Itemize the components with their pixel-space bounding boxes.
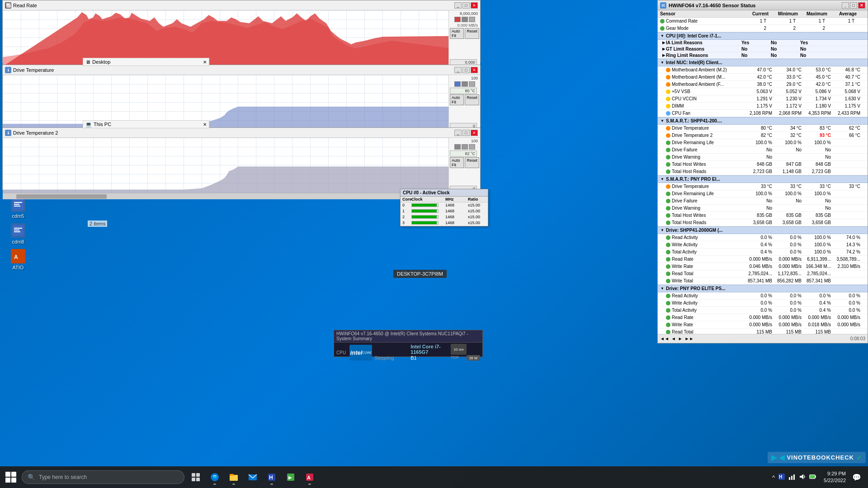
cpu-active-clock-tooltip: CPU #0 - Active Clock Core Clock MHz Rat… (400, 189, 488, 226)
taskbar-mail[interactable] (244, 468, 262, 486)
sensor-name-cell: Motherboard Ambient (M.2) (666, 67, 745, 72)
sensor-name-cell: Total Host Reads (666, 169, 745, 174)
color-btn-gray5[interactable] (462, 144, 468, 150)
auto-fit-button-dt[interactable]: Auto Fit (450, 94, 464, 105)
scrollbar-thumb-dt2[interactable] (16, 194, 107, 199)
taskbar-app6[interactable]: ▶ (282, 468, 300, 486)
sensor-icon-green2 (660, 26, 665, 31)
sensor-name-cell: Drive Warning (666, 155, 745, 160)
color-btn-gray4[interactable] (469, 81, 475, 87)
y-axis-input-dt[interactable]: 80 °C (450, 88, 477, 94)
sensor-max: 166.348 M... (804, 264, 833, 269)
sensor-min: 2,068 RPM (774, 111, 804, 116)
taskbar-hwinfo-app[interactable]: H (263, 468, 281, 486)
color-btn-red[interactable] (454, 17, 461, 22)
system-clock[interactable]: 9:29 PM 5/22/2022 (821, 470, 848, 484)
hwinfo-close-button[interactable]: ✕ (858, 2, 865, 9)
svg-rect-5 (14, 228, 22, 229)
tray-battery-icon[interactable] (808, 473, 817, 482)
sensor-row-total-activity: Total Activity 0.4 % 0.0 % 100.0 % 74.2 … (658, 249, 868, 256)
col-current: Current (739, 11, 769, 16)
core-bar (412, 221, 437, 224)
minimize-button-dt2[interactable]: _ (454, 130, 462, 136)
tray-network-icon[interactable] (788, 473, 797, 482)
close-button[interactable]: ✕ (471, 2, 478, 9)
reset-button-dt2[interactable]: Reset (465, 157, 479, 168)
taskbar-search-bar[interactable]: 🔍 Type here to search (22, 470, 184, 484)
sensor-name-cell: +5V VSB (666, 89, 745, 94)
sensor-group-drive2[interactable]: ▼ Drive: PNY PRO ELITE PS... (658, 285, 868, 292)
sensor-min: 33 °C (774, 184, 804, 189)
sensors-body[interactable]: Command Rate 1 T 1 T 1 T 1 T Gear Mode 2… (658, 18, 868, 334)
sensor-group-smart2[interactable]: ▼ S.M.A.R.T.: PNY PRO El... (658, 175, 868, 183)
sensor-group-smart1[interactable]: ▼ S.M.A.R.T.: SHPP41-200.... (658, 117, 868, 125)
reset-button-dt[interactable]: Reset (465, 94, 479, 105)
sensor-group-drive1[interactable]: ▼ Drive: SHPP41-2000GM (... (658, 226, 868, 234)
maximize-button[interactable]: □ (462, 2, 470, 9)
statusbar-arrow3[interactable]: ► (678, 336, 683, 341)
close-button-dt2[interactable]: ✕ (471, 130, 478, 136)
tray-chevron-icon[interactable]: ^ (771, 474, 776, 481)
hwinfo-maximize-button[interactable]: □ (850, 2, 857, 9)
auto-fit-button[interactable]: Auto Fit (450, 28, 464, 39)
y-axis-input-dt2[interactable]: 82 °C (450, 150, 477, 157)
statusbar-arrow2[interactable]: ◄ (671, 336, 676, 341)
window-titlebar-drive-temp: 🌡 Drive Temperature _ □ ✕ (3, 65, 480, 75)
sensor-avg: 2.310 MB/s (833, 264, 863, 269)
sensor-avg: 33 °C (833, 184, 863, 189)
color-btn-gray3[interactable] (462, 81, 468, 87)
file-bar-1[interactable]: 🖥 Desktop ✕ (83, 58, 209, 66)
minimize-button[interactable]: _ (454, 2, 462, 9)
desktop-icon-cdm5[interactable]: cdm5 (2, 197, 34, 219)
sub-max: Yes (800, 40, 830, 45)
notification-center-button[interactable]: 💬 (850, 473, 863, 482)
auto-fit-button-dt2[interactable]: Auto Fit (450, 157, 464, 168)
sensor-cur: No (745, 198, 774, 203)
sensor-sub-ia-limit[interactable]: ▶ IA Limit Reasons Yes No Yes (658, 40, 868, 46)
svg-text:H: H (269, 474, 273, 481)
minimize-button-dt[interactable]: _ (454, 67, 462, 73)
watermark: ▶ ◀ VINOTEBOOKCHECK ✓ (768, 452, 866, 463)
maximize-button-dt2[interactable]: □ (462, 130, 470, 136)
color-btn-blue2[interactable] (454, 144, 461, 150)
color-btn-blue[interactable] (454, 81, 461, 87)
statusbar-arrow1[interactable]: ◄◄ (660, 336, 669, 341)
sensor-sub-ring-limit[interactable]: ▶ Ring Limit Reasons No No No (658, 52, 868, 59)
color-btn-gray1[interactable] (462, 17, 468, 22)
file-bar-2[interactable]: 💻 This PC ✕ (83, 120, 209, 128)
sensor-name-cell: CPU VCCIN (666, 96, 745, 101)
taskbar-file-explorer[interactable] (225, 468, 243, 486)
sensor-avg: 62 °C (833, 126, 863, 131)
sensor-avg: 0.0 % (833, 308, 863, 313)
start-button[interactable] (0, 466, 22, 488)
sensor-cur: No (745, 147, 774, 152)
desktop-icon-cdm8[interactable]: cdm8 (2, 223, 34, 244)
reset-button[interactable]: Reset (465, 28, 479, 39)
sensor-cur: 1 T (739, 19, 769, 23)
svg-rect-3 (14, 206, 20, 206)
tray-hwinfo-icon[interactable]: H (777, 473, 786, 482)
close-file-bar2[interactable]: ✕ (203, 122, 207, 127)
expand-arrow-drive2: ▼ (660, 286, 665, 291)
color-btn-gray2[interactable] (469, 17, 475, 22)
sensor-group-cpu[interactable]: ▼ CPU [#0]: Intel Core i7-1... (658, 32, 868, 40)
taskbar-task-view[interactable] (187, 468, 205, 486)
hwinfo-minimize-button[interactable]: _ (842, 2, 849, 9)
sensor-cur: 2,785,024... (745, 271, 774, 276)
sensor-row-drive-life1: Drive Remaining Life 100.0 % 100.0 % 100… (658, 139, 868, 146)
taskbar-edge-browser[interactable] (206, 468, 224, 486)
maximize-button-dt[interactable]: □ (462, 67, 470, 73)
sensor-group-nuc[interactable]: ▼ Intel NUC: Intel(R) Client... (658, 59, 868, 66)
color-btn-gray6[interactable] (469, 144, 475, 150)
taskbar-app7[interactable]: A (301, 468, 319, 486)
sensor-sub-gt-limit[interactable]: ▶ GT Limit Reasons No No No (658, 46, 868, 52)
core-bar-container (411, 221, 439, 225)
core-num: 3 (402, 221, 411, 225)
close-file-bar1[interactable]: ✕ (203, 60, 207, 65)
sensor-name: Total Host Writes (672, 213, 706, 218)
statusbar-arrow4[interactable]: ►► (685, 336, 694, 341)
desktop-icon-atio[interactable]: A ATIO (2, 249, 34, 270)
sensor-name-cell: CPU Fan (666, 111, 745, 116)
tray-volume-icon[interactable] (798, 473, 807, 482)
close-button-dt[interactable]: ✕ (471, 67, 478, 73)
